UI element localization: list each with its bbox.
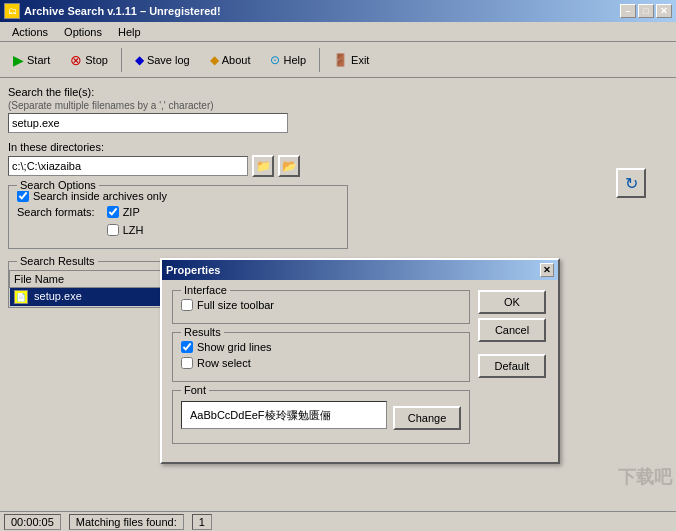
menu-actions[interactable]: Actions bbox=[4, 24, 56, 40]
close-button[interactable]: ✕ bbox=[656, 4, 672, 18]
dialog-title-text: Properties bbox=[166, 264, 220, 276]
change-font-button[interactable]: Change bbox=[393, 406, 461, 430]
results-section: Results Show grid lines Row select bbox=[172, 332, 470, 382]
dialog-buttons: OK Cancel Default bbox=[478, 290, 548, 452]
font-row: AaBbCcDdEeF棱玲骤勉匮俪 Change bbox=[181, 401, 461, 435]
menu-help[interactable]: Help bbox=[110, 24, 149, 40]
help-icon: ⊙ bbox=[270, 53, 280, 67]
interface-section: Interface Full size toolbar bbox=[172, 290, 470, 324]
default-button[interactable]: Default bbox=[478, 354, 546, 378]
show-grid-row: Show grid lines bbox=[181, 341, 461, 353]
status-bar: 00:00:05 Matching files found: 1 bbox=[0, 511, 676, 531]
row-select-label: Row select bbox=[197, 357, 251, 369]
dialog-left: Interface Full size toolbar Results Show… bbox=[172, 290, 470, 452]
about-button[interactable]: ◆ About bbox=[201, 46, 260, 74]
font-legend: Font bbox=[181, 384, 209, 396]
status-count: 1 bbox=[192, 514, 212, 530]
maximize-button[interactable]: □ bbox=[638, 4, 654, 18]
app-icon: 🗂 bbox=[4, 3, 20, 19]
about-icon: ◆ bbox=[210, 53, 219, 67]
save-log-icon: ◆ bbox=[135, 53, 144, 67]
start-button[interactable]: ▶ Start bbox=[4, 46, 59, 74]
status-time: 00:00:05 bbox=[4, 514, 61, 530]
status-label: Matching files found: bbox=[69, 514, 184, 530]
toolbar-sep-1 bbox=[121, 48, 122, 72]
window-title: Archive Search v.1.11 – Unregistered! bbox=[24, 5, 221, 17]
cancel-button[interactable]: Cancel bbox=[478, 318, 546, 342]
exit-button[interactable]: 🚪 Exit bbox=[324, 46, 378, 74]
toolbar: ▶ Start ⊗ Stop ◆ Save log ◆ About ⊙ Help… bbox=[0, 42, 676, 78]
ok-button[interactable]: OK bbox=[478, 290, 546, 314]
minimize-button[interactable]: – bbox=[620, 4, 636, 18]
start-icon: ▶ bbox=[13, 52, 24, 68]
title-bar: 🗂 Archive Search v.1.11 – Unregistered! … bbox=[0, 0, 676, 22]
help-button[interactable]: ⊙ Help bbox=[261, 46, 315, 74]
font-preview: AaBbCcDdEeF棱玲骤勉匮俪 bbox=[181, 401, 387, 429]
interface-legend: Interface bbox=[181, 284, 230, 296]
properties-dialog: Properties ✕ Interface Full size toolbar bbox=[160, 258, 560, 464]
title-bar-buttons: – □ ✕ bbox=[620, 4, 672, 18]
stop-label: Stop bbox=[85, 54, 108, 66]
full-size-toolbar-row: Full size toolbar bbox=[181, 299, 461, 311]
dialog-close-button[interactable]: ✕ bbox=[540, 263, 554, 277]
start-label: Start bbox=[27, 54, 50, 66]
show-grid-label: Show grid lines bbox=[197, 341, 272, 353]
help-label: Help bbox=[283, 54, 306, 66]
save-log-label: Save log bbox=[147, 54, 190, 66]
title-bar-left: 🗂 Archive Search v.1.11 – Unregistered! bbox=[4, 3, 221, 19]
dialog-title-bar: Properties ✕ bbox=[162, 260, 558, 280]
full-size-toolbar-checkbox[interactable] bbox=[181, 299, 193, 311]
dialog-overlay: Properties ✕ Interface Full size toolbar bbox=[0, 78, 676, 511]
row-select-row: Row select bbox=[181, 357, 461, 369]
about-label: About bbox=[222, 54, 251, 66]
exit-label: Exit bbox=[351, 54, 369, 66]
results-section-legend: Results bbox=[181, 326, 224, 338]
menu-options[interactable]: Options bbox=[56, 24, 110, 40]
row-select-checkbox[interactable] bbox=[181, 357, 193, 369]
toolbar-sep-2 bbox=[319, 48, 320, 72]
font-section: Font AaBbCcDdEeF棱玲骤勉匮俪 Change bbox=[172, 390, 470, 444]
save-log-button[interactable]: ◆ Save log bbox=[126, 46, 199, 74]
full-size-toolbar-label: Full size toolbar bbox=[197, 299, 274, 311]
stop-button[interactable]: ⊗ Stop bbox=[61, 46, 117, 74]
exit-icon: 🚪 bbox=[333, 53, 348, 67]
stop-icon: ⊗ bbox=[70, 52, 82, 68]
dialog-body: Interface Full size toolbar Results Show… bbox=[162, 280, 558, 462]
menu-bar: Actions Options Help bbox=[0, 22, 676, 42]
main-content: Search the file(s): (Separate multiple f… bbox=[0, 78, 676, 511]
show-grid-checkbox[interactable] bbox=[181, 341, 193, 353]
